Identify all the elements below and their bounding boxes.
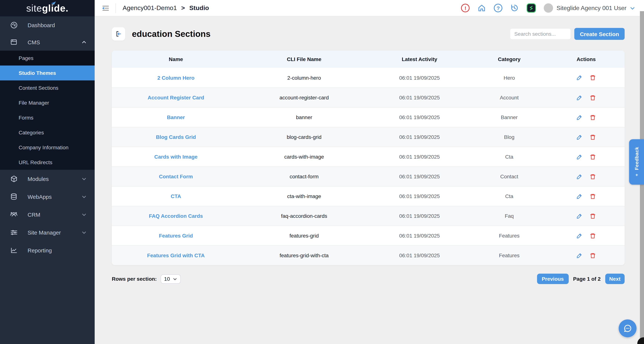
- sidebar-item-file-manager[interactable]: File Manager: [0, 95, 95, 110]
- edit-icon[interactable]: [576, 74, 583, 81]
- section-name-link[interactable]: CTA: [171, 193, 181, 199]
- create-section-button[interactable]: Create Section: [574, 28, 624, 40]
- delete-icon[interactable]: [590, 252, 596, 259]
- sidebar-item-categories[interactable]: Categories: [0, 125, 95, 140]
- sidebar-item-cms[interactable]: CMS: [0, 33, 95, 51]
- latest-activity: 06:01 19/09/2025: [368, 75, 471, 81]
- sidebar-item-company-information[interactable]: Company Information: [0, 140, 95, 155]
- previous-page-button[interactable]: Previous: [537, 274, 568, 284]
- browser-window-icon: [10, 38, 18, 46]
- chevron-down-icon: [630, 5, 635, 10]
- latest-activity: 06:01 19/09/2025: [368, 134, 471, 140]
- sidebar-collapse-icon[interactable]: [100, 3, 110, 13]
- edit-icon[interactable]: [576, 193, 583, 200]
- column-header-latest-activity[interactable]: Latest Activity: [368, 56, 471, 62]
- section-name-link[interactable]: Cards with Image: [154, 154, 198, 160]
- table-row: FAQ Accordion Cards faq-accordion-cards …: [112, 206, 624, 226]
- table-row: Account Register Card account-register-c…: [112, 87, 624, 107]
- history-icon[interactable]: [510, 4, 519, 12]
- section-name-link[interactable]: Contact Form: [159, 173, 193, 179]
- breadcrumb-site[interactable]: Agency001-Demo1: [122, 4, 177, 11]
- edit-icon[interactable]: [576, 94, 583, 101]
- column-header-name[interactable]: Name: [112, 56, 240, 62]
- edit-icon[interactable]: [576, 114, 583, 121]
- cli-file-name: banner: [240, 114, 368, 120]
- main-area: Agency001-Demo1 > Studio ! ?: [95, 0, 644, 344]
- sidebar-item-label: CRM: [28, 211, 40, 218]
- delete-icon[interactable]: [590, 212, 596, 220]
- edit-icon[interactable]: [576, 133, 583, 141]
- sub-item-label: Pages: [19, 55, 33, 61]
- delete-icon[interactable]: [590, 114, 596, 121]
- content: education Sections Create Section Name C…: [95, 16, 644, 344]
- delete-icon[interactable]: [590, 153, 596, 160]
- sub-item-label: Studio Themes: [19, 70, 56, 76]
- sub-item-label: File Manager: [19, 100, 49, 106]
- sidebar-item-url-redirects[interactable]: URL Redirects: [0, 155, 95, 170]
- edit-icon[interactable]: [576, 252, 583, 259]
- chat-bubble-button[interactable]: [619, 320, 636, 337]
- sidebar-item-dashboard[interactable]: Dashboard: [0, 16, 95, 33]
- section-name-link[interactable]: Account Register Card: [148, 95, 204, 100]
- chevron-down-icon: [82, 212, 86, 217]
- sidebar-item-studio-themes[interactable]: Studio Themes: [0, 65, 95, 80]
- delete-icon[interactable]: [590, 133, 596, 141]
- chat-bubble-icon: [623, 324, 632, 333]
- sidebar-item-modules[interactable]: Modules: [0, 170, 95, 188]
- siteglide-green-badge-icon[interactable]: [527, 3, 536, 13]
- sidebar-item-pages[interactable]: Pages: [0, 51, 95, 65]
- panel-collapse-button[interactable]: [112, 27, 125, 40]
- delete-icon[interactable]: [590, 173, 596, 180]
- edit-icon[interactable]: [576, 232, 583, 239]
- sidebar-item-label: CMS: [28, 39, 40, 45]
- delete-icon[interactable]: [590, 94, 596, 101]
- sidebar-item-reporting[interactable]: Reporting: [0, 241, 95, 259]
- user-name: Siteglide Agency 001 User: [556, 5, 626, 11]
- help-icon[interactable]: ?: [494, 4, 502, 12]
- siteglide-logo[interactable]: siteglide.: [26, 2, 68, 14]
- next-page-button[interactable]: Next: [605, 274, 624, 284]
- column-header-category[interactable]: Category: [471, 56, 548, 62]
- cli-file-name: blog-cards-grid: [240, 134, 368, 140]
- edit-icon[interactable]: [576, 153, 583, 160]
- section-name-link[interactable]: Features Grid: [159, 233, 193, 239]
- user-menu[interactable]: Siteglide Agency 001 User: [544, 3, 635, 13]
- feedback-tab-label: Feedback: [634, 146, 639, 170]
- sidebar-item-webapps[interactable]: WebApps: [0, 188, 95, 206]
- cli-file-name: cards-with-image: [240, 154, 368, 160]
- cli-file-name: account-register-card: [240, 95, 368, 100]
- breadcrumb-page: Studio: [189, 4, 209, 11]
- section-name-link[interactable]: Banner: [167, 114, 185, 120]
- table-row: Blog Cards Grid blog-cards-grid 06:01 19…: [112, 127, 624, 147]
- home-icon[interactable]: [478, 4, 486, 12]
- latest-activity: 06:01 19/09/2025: [368, 233, 471, 239]
- cli-file-name: cta-with-image: [240, 193, 368, 199]
- sidebar-item-content-sections[interactable]: Content Sections: [0, 80, 95, 95]
- table-row: Features Grid with CTA features-grid-wit…: [112, 245, 624, 265]
- section-name-link[interactable]: 2 Column Hero: [157, 75, 194, 81]
- rows-per-page-select[interactable]: 10: [160, 274, 180, 284]
- latest-activity: 06:01 19/09/2025: [368, 173, 471, 179]
- sidebar-item-forms[interactable]: Forms: [0, 110, 95, 125]
- sub-item-label: Company Information: [19, 144, 68, 150]
- alert-icon[interactable]: !: [461, 4, 470, 12]
- sidebar-item-site-manager[interactable]: Site Manager: [0, 223, 95, 241]
- sections-table: Name CLI File Name Latest Activity Categ…: [112, 51, 624, 265]
- section-name-link[interactable]: Features Grid with CTA: [147, 252, 204, 258]
- section-name-link[interactable]: Blog Cards Grid: [156, 134, 196, 140]
- cms-submenu: Pages Studio Themes Content Sections Fil…: [0, 51, 95, 170]
- sidebar-item-crm[interactable]: CRM: [0, 206, 95, 223]
- delete-icon[interactable]: [590, 193, 596, 200]
- delete-icon[interactable]: [590, 232, 596, 239]
- column-header-cli-file-name[interactable]: CLI File Name: [240, 56, 368, 62]
- sub-item-label: Content Sections: [19, 85, 58, 91]
- feedback-tab[interactable]: ✦ Feedback: [629, 139, 644, 185]
- search-input[interactable]: [510, 28, 571, 39]
- chart-line-icon: [10, 246, 18, 254]
- chevron-down-icon: [82, 230, 86, 235]
- delete-icon[interactable]: [590, 74, 596, 81]
- edit-icon[interactable]: [576, 212, 583, 220]
- section-name-link[interactable]: FAQ Accordion Cards: [149, 213, 203, 219]
- edit-icon[interactable]: [576, 173, 583, 180]
- latest-activity: 06:01 19/09/2025: [368, 154, 471, 160]
